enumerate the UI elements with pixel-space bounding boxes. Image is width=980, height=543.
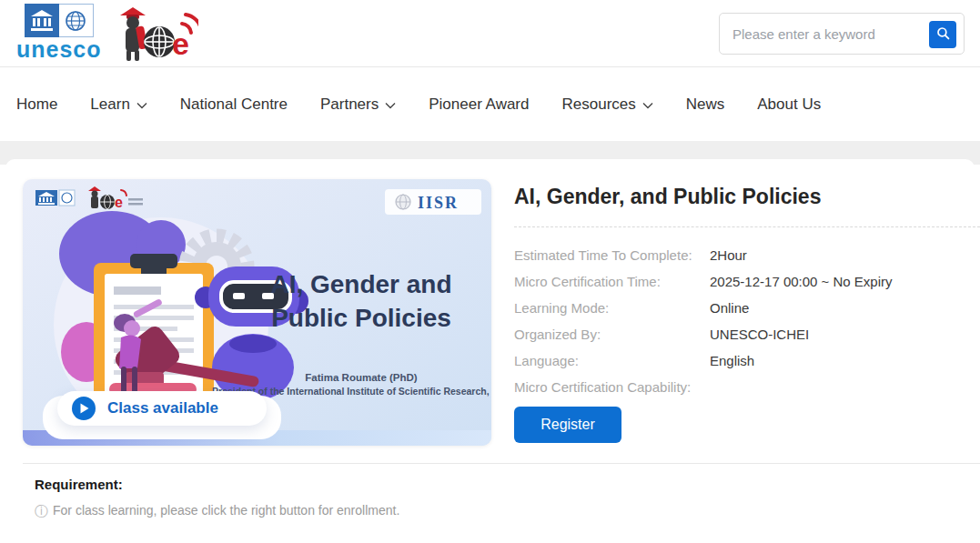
iisr-badge-text: IISR — [418, 194, 459, 212]
unesco-temple-icon — [25, 4, 59, 37]
detail-value: 2025-12-17 00:00 ~ No Expiry — [710, 274, 893, 289]
play-icon — [72, 397, 96, 420]
svg-text:e: e — [172, 26, 189, 61]
iioe-mascot-icon: e — [115, 5, 198, 65]
requirement-note-text: For class learning, please click the rig… — [53, 503, 399, 518]
status-label: Class available — [107, 399, 218, 417]
detail-label: Micro Certification Capability: — [514, 379, 710, 395]
nav-item-pioneer-award[interactable]: Pioneer Award — [429, 96, 529, 114]
dashed-divider — [514, 226, 980, 227]
detail-value: English — [710, 353, 754, 368]
class-available-pill[interactable]: Class available — [57, 391, 267, 426]
unesco-wordmark: unesco — [16, 37, 102, 61]
detail-label: Language: — [514, 353, 710, 368]
detail-label: Learning Mode: — [514, 300, 710, 316]
detail-label: Estimated Time To Complete: — [514, 247, 710, 263]
nav-label: National Centre — [180, 96, 288, 114]
svg-text:e: e — [115, 195, 123, 210]
card-author: Fatima Roumate (PhD) — [305, 372, 417, 383]
nav-label: News — [686, 96, 725, 114]
nav-item-news[interactable]: News — [686, 96, 725, 114]
detail-row-certification-time: Micro Certification Time: 2025-12-17 00:… — [514, 268, 962, 295]
detail-label: Micro Certification Time: — [514, 274, 710, 289]
detail-row-language: Language: English — [514, 347, 962, 374]
register-button[interactable]: Register — [514, 407, 621, 443]
detail-row-estimated-time: Estimated Time To Complete: 2Hour — [514, 242, 962, 268]
iisr-badge: IISR — [385, 189, 481, 215]
page-title: AI, Gender, and Public Policies — [514, 185, 821, 209]
course-details: Estimated Time To Complete: 2Hour Micro … — [514, 242, 962, 400]
detail-value: 2Hour — [710, 247, 747, 263]
page: unesco — [0, 0, 980, 543]
section-divider — [23, 463, 980, 464]
main-nav: Home Learn National Centre Partners Pion… — [0, 68, 980, 141]
nav-item-about-us[interactable]: About Us — [757, 96, 821, 114]
nav-item-home[interactable]: Home — [16, 96, 57, 114]
site-logo[interactable]: unesco — [16, 4, 198, 65]
search-box — [719, 13, 965, 55]
requirement-note: ⓘ For class learning, please click the r… — [35, 503, 399, 518]
nav-item-national-centre[interactable]: National Centre — [180, 96, 288, 114]
site-header: unesco — [0, 0, 980, 67]
detail-value: UNESCO-ICHEI — [710, 327, 809, 342]
nav-label: Pioneer Award — [429, 96, 529, 114]
nav-label: Resources — [561, 96, 635, 114]
info-icon: ⓘ — [35, 504, 48, 518]
detail-value: Online — [710, 300, 749, 316]
nav-item-partners[interactable]: Partners — [320, 96, 396, 114]
search-icon — [936, 26, 950, 43]
card-title-line1: AI, Gender and — [270, 270, 451, 298]
course-cover-card[interactable]: e IISR AI, Gender and Public Policies Fa… — [23, 179, 491, 446]
ichei-globe-icon — [59, 4, 94, 37]
search-button[interactable] — [929, 21, 956, 48]
nav-label: Partners — [320, 96, 379, 114]
chevron-down-icon — [642, 96, 653, 114]
detail-row-learning-mode: Learning Mode: Online — [514, 295, 962, 321]
nav-label: Learn — [90, 96, 129, 114]
nav-label: About Us — [757, 96, 821, 114]
nav-item-learn[interactable]: Learn — [90, 96, 146, 114]
detail-row-certification-capability: Micro Certification Capability: — [514, 374, 962, 400]
card-title-line2: Public Policies — [271, 304, 451, 332]
unesco-logo-squares — [25, 4, 94, 37]
chevron-down-icon — [136, 96, 147, 114]
unesco-logo: unesco — [16, 4, 102, 61]
nav-item-resources[interactable]: Resources — [561, 96, 652, 114]
requirement-heading: Requirement: — [35, 477, 123, 492]
search-input[interactable] — [720, 14, 924, 54]
detail-label: Organized By: — [514, 327, 710, 342]
nav-label: Home — [16, 96, 57, 114]
chevron-down-icon — [385, 96, 396, 114]
detail-row-organized-by: Organized By: UNESCO-ICHEI — [514, 321, 962, 347]
